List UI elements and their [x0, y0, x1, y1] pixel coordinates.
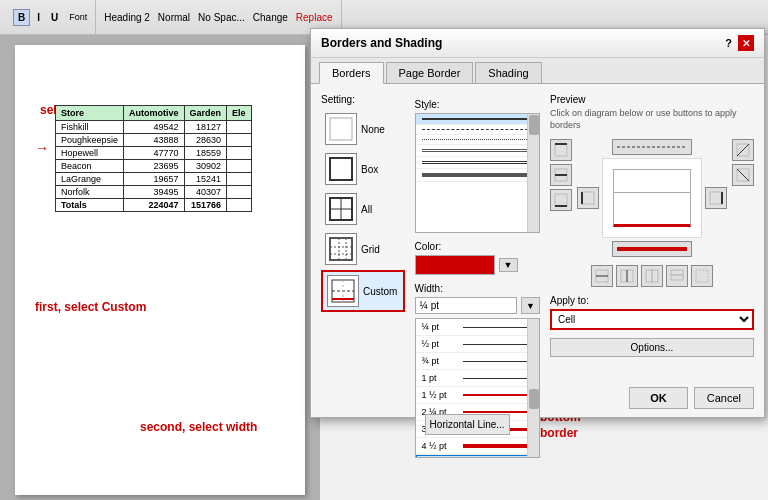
style-solid[interactable]: [416, 114, 539, 125]
apply-to-select[interactable]: Cell Table Paragraph: [550, 309, 754, 330]
width-45-line: [463, 444, 533, 448]
preview-outer-top-button[interactable]: [612, 139, 692, 155]
preview-btn5[interactable]: [691, 265, 713, 287]
table-row: Hopewell4777018559: [56, 147, 252, 160]
setting-none[interactable]: None: [321, 110, 405, 148]
close-button[interactable]: ✕: [738, 35, 754, 51]
preview-box[interactable]: [602, 158, 702, 238]
thick-line: [422, 173, 533, 177]
col-ele: Ele: [227, 106, 252, 121]
width-025-line: [463, 327, 533, 328]
style-dashed2[interactable]: [416, 135, 539, 145]
change-btn[interactable]: Change: [253, 12, 288, 23]
preview-left-border-button[interactable]: [577, 187, 599, 209]
preview-btn4[interactable]: [666, 265, 688, 287]
italic-button[interactable]: I: [33, 10, 44, 25]
setting-box[interactable]: Box: [321, 150, 405, 188]
none-label: None: [361, 124, 385, 135]
svg-rect-14: [555, 144, 567, 156]
style-dashed3[interactable]: [416, 145, 539, 157]
width-scrollbar[interactable]: [527, 319, 539, 457]
none-icon: [325, 113, 357, 145]
preview-top-border-button[interactable]: [550, 139, 572, 161]
right-panel: Preview Click on diagram below or use bu…: [550, 94, 754, 374]
help-icon[interactable]: ?: [725, 37, 732, 49]
setting-all[interactable]: All: [321, 190, 405, 228]
svg-rect-5: [330, 238, 352, 260]
width-075-line: [463, 361, 533, 362]
width-label: Width:: [415, 283, 540, 294]
second-annotation: second, select width: [140, 420, 257, 434]
svg-rect-23: [710, 192, 722, 204]
style-thick[interactable]: [416, 169, 539, 182]
width-dropdown-button[interactable]: ▼: [521, 297, 540, 314]
options-button[interactable]: Options...: [550, 338, 754, 357]
row-arrow: →: [35, 140, 49, 156]
style-scrollbar[interactable]: [527, 114, 539, 232]
preview-btn3[interactable]: [641, 265, 663, 287]
bold-button[interactable]: B: [13, 9, 30, 26]
preview-bottom-border-button2[interactable]: [550, 189, 572, 211]
preview-diagonal1-button[interactable]: [732, 139, 754, 161]
svg-line-29: [737, 169, 749, 181]
svg-rect-1: [330, 158, 352, 180]
width-list[interactable]: ¼ pt ½ pt ¾ pt 1 pt 1 ½ pt: [415, 318, 540, 458]
underline-button[interactable]: U: [47, 10, 62, 25]
svg-rect-21: [582, 192, 594, 204]
preview-btn1[interactable]: [591, 265, 613, 287]
color-row: ▼: [415, 255, 540, 275]
svg-rect-34: [646, 270, 652, 282]
style-list[interactable]: [415, 113, 540, 233]
dialog-footer: OK Cancel: [629, 387, 754, 409]
setting-grid[interactable]: Grid: [321, 230, 405, 268]
tab-shading[interactable]: Shading: [475, 62, 541, 83]
color-swatch[interactable]: [415, 255, 495, 275]
styles-section: Heading 2 Normal No Spac... Change Repla…: [96, 0, 341, 34]
style-dashed1[interactable]: [416, 125, 539, 135]
svg-rect-36: [671, 270, 683, 275]
preview-right-border-button[interactable]: [705, 187, 727, 209]
style-double[interactable]: [416, 157, 539, 169]
custom-icon: [327, 275, 359, 307]
data-table: Store Automotive Garden Ele Fishkill4954…: [55, 105, 252, 212]
cancel-button[interactable]: Cancel: [694, 387, 754, 409]
preview-middle-row: [577, 158, 727, 238]
tab-borders[interactable]: Borders: [319, 62, 384, 84]
style-label: Style:: [415, 99, 540, 110]
preview-right-buttons: [732, 139, 754, 186]
width-item-05pt[interactable]: ½ pt: [416, 336, 539, 353]
width-item-45pt[interactable]: 4 ½ pt: [416, 438, 539, 455]
heading2-style[interactable]: Heading 2: [104, 12, 150, 23]
table-row: LaGrange1965715241: [56, 173, 252, 186]
horizontal-line-button[interactable]: Horizontal Line...: [425, 414, 510, 435]
preview-desc: Click on diagram below or use buttons to…: [550, 108, 754, 131]
dashed2-line: [422, 139, 533, 140]
tab-page-border[interactable]: Page Border: [386, 62, 474, 83]
ok-button[interactable]: OK: [629, 387, 688, 409]
width-item-1pt[interactable]: 1 pt: [416, 370, 539, 387]
preview-box-container: [577, 139, 727, 257]
replace-btn[interactable]: Replace: [296, 12, 333, 23]
width-item-6pt[interactable]: 6 pt: [416, 455, 539, 458]
normal-style[interactable]: Normal: [158, 12, 190, 23]
setting-custom[interactable]: Custom: [321, 270, 405, 312]
no-spacing-style[interactable]: No Spac...: [198, 12, 245, 23]
borders-shading-dialog: Borders and Shading ? ✕ Borders Page Bor…: [310, 28, 765, 418]
table-row: Beacon2369530902: [56, 160, 252, 173]
color-dropdown-button[interactable]: ▼: [499, 258, 518, 272]
width-item-075pt[interactable]: ¾ pt: [416, 353, 539, 370]
width-item-15pt[interactable]: 1 ½ pt: [416, 387, 539, 404]
preview-middle-border-button[interactable]: [550, 164, 572, 186]
setting-label: Setting:: [321, 94, 405, 105]
table-header-row: Store Automotive Garden Ele: [56, 106, 252, 121]
preview-outer-bottom-button[interactable]: [612, 241, 692, 257]
svg-rect-18: [555, 194, 567, 206]
preview-btn2[interactable]: [616, 265, 638, 287]
custom-label: Custom: [363, 286, 397, 297]
dialog-title-text: Borders and Shading: [321, 36, 442, 50]
dashed1-line: [422, 129, 533, 130]
table-row: Poughkeepsie4388828630: [56, 134, 252, 147]
font-section: B I U Font: [5, 0, 96, 34]
preview-diagonal2-button[interactable]: [732, 164, 754, 186]
width-item-025pt[interactable]: ¼ pt: [416, 319, 539, 336]
